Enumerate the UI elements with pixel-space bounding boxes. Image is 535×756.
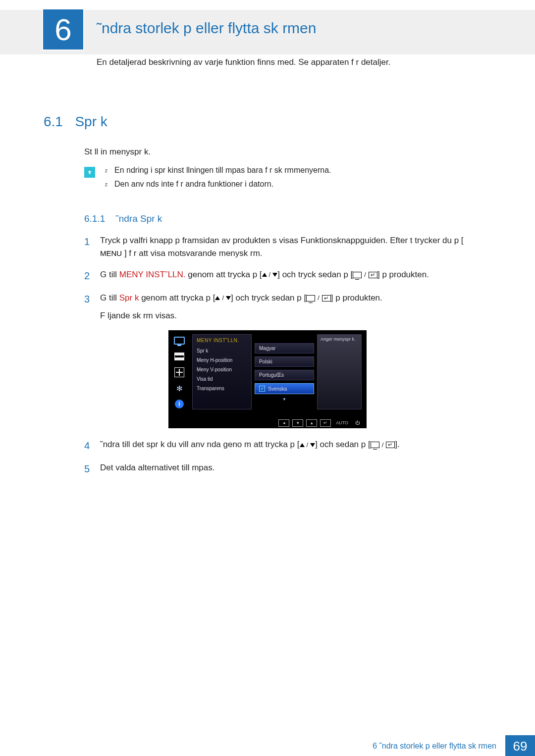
position-icon	[173, 367, 185, 378]
up-down-icon: /	[215, 293, 231, 303]
page-footer: 6 ˜ndra storlek p eller flytta sk rmen 6…	[0, 735, 535, 756]
note-block: z En ndring i spr kinst llningen till mp…	[84, 166, 535, 194]
subsection-title: ˜ndra Spr k	[115, 213, 162, 224]
gear-icon: ✻	[173, 383, 185, 394]
subsection-number: 6.1.1	[84, 213, 105, 224]
osd-screenshot: ✻ i MENY INST˜LLN. Spr k Meny H-position…	[168, 330, 367, 428]
page-number: 69	[505, 735, 535, 756]
step-text: genom att trycka p [	[186, 270, 262, 279]
check-icon: ✔	[259, 386, 265, 392]
osd-menu-item: Meny V-position	[197, 367, 247, 372]
osd-option: Polski	[255, 356, 314, 367]
osd-bottom-bar: ◂ ▾ ▴ ↵ AUTO ⏻	[168, 417, 367, 428]
chapter-description: En detaljerad beskrivning av varje funkt…	[97, 57, 390, 67]
nav-left-icon: ◂	[278, 419, 289, 427]
note-text: En ndring i spr kinst llningen till mpas…	[114, 166, 331, 175]
step-number: 1	[84, 234, 91, 250]
step-text: genom att trycka p [	[139, 293, 215, 302]
bullet-icon: z	[105, 180, 107, 189]
step-text: G till	[100, 270, 119, 279]
auto-label: AUTO	[334, 420, 350, 425]
step-3: 3 G till Spr k genom att trycka p [/] oc…	[84, 292, 535, 323]
step-text: G till	[100, 293, 119, 302]
menu-label: MENU	[100, 249, 122, 257]
osd-option-label: Svenska	[268, 386, 287, 392]
subsection-heading: 6.1.1 ˜ndra Spr k	[84, 213, 535, 224]
step-text: ˜ndra till det spr k du vill anv nda gen…	[100, 440, 300, 449]
step-text: ] p produkten.	[377, 270, 429, 279]
step-tail: F ljande sk rm visas.	[100, 309, 477, 322]
step-text: ].	[395, 440, 399, 449]
info-icon: i	[173, 399, 185, 409]
steps-list: 1 Tryck p valfri knapp p framsidan av pr…	[84, 234, 535, 322]
nav-enter-icon: ↵	[320, 419, 331, 427]
nav-down-icon: ▾	[292, 419, 303, 427]
note-item: z En ndring i spr kinst llningen till mp…	[105, 166, 331, 175]
section-title: Spr k	[75, 114, 107, 130]
menu-path-red: MENY INST˜LLN.	[119, 270, 186, 279]
footer-chapter-ref: 6 ˜ndra storlek p eller flytta sk rmen	[373, 742, 496, 751]
menu-path-red: Spr k	[119, 293, 139, 302]
osd-option: Magyar	[255, 343, 314, 353]
step-text: ] och tryck sedan p [	[277, 270, 353, 279]
step-text: ] och tryck sedan p [	[231, 293, 306, 302]
osd-sidebar: ✻ i	[173, 334, 188, 409]
osd-menu-item: Meny H-position	[197, 357, 247, 363]
osd-hint-panel: Anger menyspr k.	[317, 334, 362, 409]
osd-hint-text: Anger menyspr k.	[321, 337, 356, 342]
chapter-header: 6 ˜ndra storlek p eller flytta sk rmen	[0, 10, 535, 54]
step-text: ] och sedan p [	[315, 440, 371, 449]
note-icon	[84, 167, 95, 178]
source-enter-icon: /	[306, 293, 331, 303]
section-intro: St ll in menyspr k.	[84, 147, 535, 157]
up-down-icon: /	[262, 270, 278, 280]
source-enter-icon: /	[353, 270, 377, 280]
source-enter-icon: /	[371, 440, 395, 450]
osd-menu-item: Spr k	[197, 348, 247, 353]
power-icon: ⏻	[353, 420, 362, 425]
section-number: 6.1	[44, 114, 63, 130]
step-text: ] p produkten.	[331, 293, 382, 302]
step-text: Det valda alternativet till mpas.	[100, 463, 215, 472]
osd-options-column: Magyar Polski PortuguŒs ✔ Svenska ▼	[255, 334, 314, 409]
up-down-icon: /	[300, 440, 316, 450]
list-icon	[173, 351, 185, 362]
osd-menu-item: Transparens	[197, 386, 247, 391]
chapter-number-box: 6	[42, 8, 84, 50]
step-1: 1 Tryck p valfri knapp p framsidan av pr…	[84, 234, 535, 260]
osd-category-title: MENY INST˜LLN.	[197, 338, 247, 343]
step-5: 5 Det valda alternativet till mpas.	[84, 461, 535, 477]
chapter-title: ˜ndra storlek p eller flytta sk rmen	[97, 20, 316, 37]
note-item: z Den anv nds inte f r andra funktioner …	[105, 180, 331, 189]
step-number: 2	[84, 268, 91, 284]
nav-up-icon: ▴	[306, 419, 317, 427]
monitor-icon	[173, 335, 185, 346]
note-text: Den anv nds inte f r andra funktioner i …	[114, 180, 273, 189]
bullet-icon: z	[105, 166, 107, 175]
step-number: 3	[84, 292, 91, 307]
step-4: 4 ˜ndra till det spr k du vill anv nda g…	[84, 438, 535, 454]
chapter-number: 6	[54, 12, 71, 47]
step-2: 2 G till MENY INST˜LLN. genom att trycka…	[84, 268, 535, 284]
step-number: 4	[84, 438, 91, 454]
chevron-down-icon: ▼	[255, 397, 314, 402]
osd-menu-column: MENY INST˜LLN. Spr k Meny H-position Men…	[192, 334, 252, 409]
osd-menu-item: Visa tid	[197, 376, 247, 382]
step-number: 5	[84, 461, 91, 477]
step-text: Tryck p valfri knapp p framsidan av prod…	[100, 236, 464, 245]
osd-option: PortuguŒs	[255, 370, 314, 380]
step-text: ] f r att visa motsvarande menysk rm.	[124, 249, 263, 258]
osd-option-selected: ✔ Svenska	[255, 383, 314, 394]
